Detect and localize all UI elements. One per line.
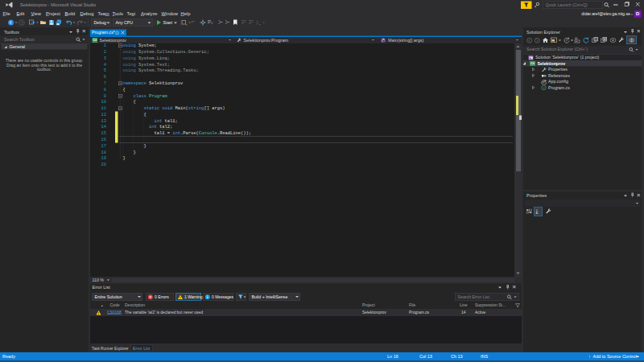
svg-text:A↓: A↓ xyxy=(536,212,540,214)
